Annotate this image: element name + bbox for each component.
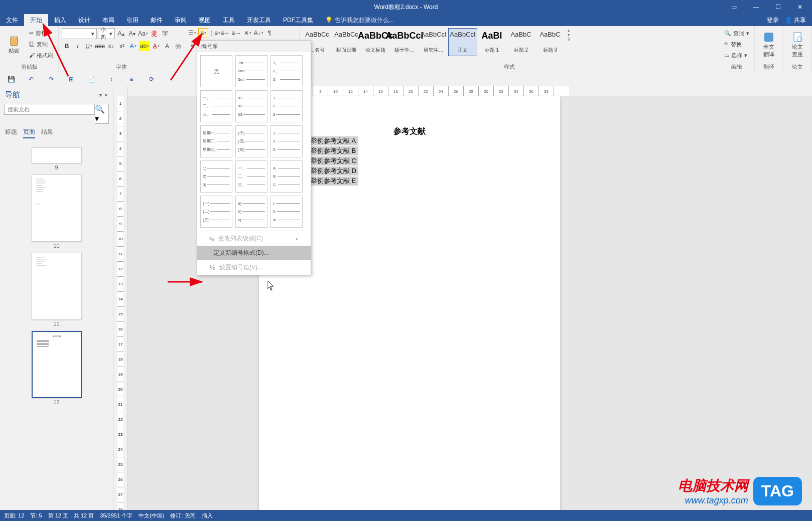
tell-me[interactable]: 💡 告诉我您想要做什么...	[319, 14, 400, 26]
numbering-preset[interactable]: i.ii.iii.	[270, 196, 303, 228]
numbering-icon[interactable]: ≡	[198, 28, 208, 38]
tab-pdf[interactable]: PDF工具集	[277, 14, 319, 26]
numbering-preset[interactable]: 一、二、三、	[235, 160, 267, 193]
numbering-preset[interactable]: 1st.2nd.3rd.	[235, 55, 267, 87]
tab-home[interactable]: 开始	[24, 14, 48, 26]
reference-item[interactable]: 举例参考文献 A	[311, 136, 358, 145]
tab-tools[interactable]: 工具	[217, 14, 241, 26]
tab-review[interactable]: 审阅	[169, 14, 193, 26]
enclose-char-icon[interactable]: ㊕	[173, 41, 183, 51]
style-item[interactable]: AaBbC标题 3	[535, 28, 565, 56]
nav-dropdown-icon[interactable]: ▾	[99, 92, 102, 98]
style-item[interactable]: AaBbCc封面日期	[332, 28, 361, 56]
replace-button[interactable]: ᵃᵇ 替换	[722, 39, 751, 49]
translate-button[interactable]: 全文翻译	[758, 28, 780, 61]
reference-item[interactable]: 举例参考文献 B	[311, 146, 358, 155]
font-color-icon[interactable]: A	[151, 41, 161, 51]
nav-tab-pages[interactable]: 页面	[23, 128, 35, 138]
tab-insert[interactable]: 插入	[48, 14, 72, 26]
strikethrough-icon[interactable]: abc	[95, 41, 105, 51]
style-item[interactable]: AaBbCcI正文	[448, 28, 477, 56]
text-effects-icon[interactable]: A	[128, 41, 138, 51]
styles-expand[interactable]: ⊼	[568, 37, 571, 42]
find-button[interactable]: 🔍 查找 ▾	[722, 28, 751, 38]
nav-close-icon[interactable]: ✕	[104, 92, 108, 98]
increase-indent-icon[interactable]: ≡→	[231, 28, 241, 38]
style-item[interactable]: AaBbCcI硕士学…	[390, 28, 419, 56]
status-language[interactable]: 中文(中国)	[139, 512, 164, 519]
underline-icon[interactable]: U	[84, 41, 94, 51]
maximize-button[interactable]: ☐	[768, 0, 788, 14]
numbering-preset[interactable]: A.B.C.	[270, 160, 303, 193]
change-case-icon[interactable]: Aa	[138, 29, 148, 39]
char-border-icon[interactable]: 字	[160, 29, 170, 39]
thumbnail-page[interactable]: ━━━━━━━━━━━━━━━━━━━━━━━━━━━━━━━━━━━━━━━━…	[32, 253, 82, 320]
numbering-preset[interactable]: 1、2、3、	[270, 55, 303, 87]
status-track-changes[interactable]: 修订: 关闭	[170, 512, 195, 519]
close-button[interactable]: ✕	[790, 0, 810, 14]
qat-doc-icon[interactable]: 📄	[85, 74, 97, 84]
numbering-none[interactable]: 无	[200, 55, 232, 87]
thumbnail-page[interactable]	[32, 147, 82, 163]
bold-icon[interactable]: B	[62, 41, 72, 51]
tab-developer[interactable]: 开发工具	[241, 14, 277, 26]
multilevel-list-icon[interactable]: ⋮≡	[209, 28, 219, 38]
grow-font-icon[interactable]: A▴	[116, 29, 126, 39]
tab-view[interactable]: 视图	[193, 14, 217, 26]
copy-button[interactable]: ⿻ 复制	[27, 39, 55, 49]
qat-table-icon[interactable]: ⊞	[65, 74, 77, 84]
share-button[interactable]: 👤 共享	[785, 16, 806, 25]
login-link[interactable]: 登录	[767, 16, 779, 25]
qat-para-icon[interactable]: ↕	[105, 74, 117, 84]
define-new-number-format-item[interactable]: 定义新编号格式(D)...	[197, 246, 311, 260]
decrease-indent-icon[interactable]: ≡←	[220, 28, 230, 38]
ribbon-display-options[interactable]: ▭	[724, 0, 744, 14]
numbering-preset[interactable]: 010203	[235, 90, 267, 122]
thumbnail-page[interactable]: 参考文献	[32, 331, 82, 398]
tab-references[interactable]: 引用	[120, 14, 145, 26]
numbering-preset[interactable]: 1)2)3)	[200, 160, 232, 193]
reference-item[interactable]: 举例参考文献 D	[311, 166, 358, 176]
shrink-font-icon[interactable]: A▾	[127, 29, 137, 39]
qat-list-icon[interactable]: ≡	[125, 74, 138, 84]
status-page[interactable]: 页面: 12	[4, 512, 24, 519]
status-section[interactable]: 节: 5	[30, 512, 42, 519]
tab-layout[interactable]: 布局	[96, 14, 120, 26]
numbering-preset[interactable]: 123	[270, 90, 303, 122]
tab-mailings[interactable]: 邮件	[145, 14, 169, 26]
tab-design[interactable]: 设计	[72, 14, 96, 26]
numbering-preset[interactable]: 一、二、三、	[200, 90, 232, 122]
font-name-combo[interactable]: ▾	[62, 28, 97, 39]
phonetic-guide-icon[interactable]: 雯	[149, 29, 159, 39]
align-left-icon[interactable]: ≡	[187, 40, 197, 50]
thumbnail-page[interactable]: ━━━━━━━━━━━━━━━━━━━━━━━━━━━━━━━━━━━━━━━━…	[32, 175, 82, 242]
italic-icon[interactable]: I	[73, 41, 83, 51]
paper-check-button[interactable]: 论文查重	[786, 28, 808, 61]
font-size-combo[interactable]: 小四 ▾	[98, 28, 115, 39]
numbering-preset[interactable]: (子)(丑)(寅)	[235, 125, 267, 157]
vertical-ruler[interactable]: 1234567891011121314151617181920212223242…	[113, 96, 127, 510]
status-word-count[interactable]: 35/2951 个字	[100, 512, 132, 519]
reference-item[interactable]: 举例参考文献 E	[311, 177, 358, 186]
styles-scroll-down[interactable]: ▾	[568, 33, 571, 37]
format-painter-button[interactable]: 🖌 格式刷	[27, 50, 55, 60]
show-marks-icon[interactable]: ¶	[264, 28, 275, 38]
superscript-icon[interactable]: x²	[117, 41, 127, 51]
subscript-icon[interactable]: x₂	[106, 41, 116, 51]
char-shading-icon[interactable]: A	[162, 41, 172, 51]
select-button[interactable]: ▭ 选择 ▾	[722, 50, 751, 60]
numbering-preset[interactable]: (一)(二)(三)	[200, 196, 232, 228]
qat-redo-icon[interactable]: ↷	[45, 74, 57, 84]
nav-tab-results[interactable]: 结果	[41, 128, 53, 138]
nav-search-button[interactable]: 🔍▾	[95, 104, 109, 124]
nav-tab-headings[interactable]: 标题	[5, 128, 17, 138]
reference-item[interactable]: 举例参考文献 C	[311, 156, 358, 165]
style-item[interactable]: AaBbCcI研究生…	[419, 28, 448, 56]
styles-gallery[interactable]: AaBbCc…名号AaBbCc封面日期AaBbCc论文标题AaBbCcI硕士学……	[303, 28, 565, 56]
style-item[interactable]: AaBbC标题 2	[506, 28, 535, 56]
style-item[interactable]: AaBl标题 1	[477, 28, 506, 56]
bullets-icon[interactable]: ☰	[187, 28, 197, 38]
styles-scroll-up[interactable]: ▴	[568, 28, 571, 33]
tab-file[interactable]: 文件	[0, 14, 24, 26]
paste-button[interactable]: 粘贴	[3, 28, 25, 61]
